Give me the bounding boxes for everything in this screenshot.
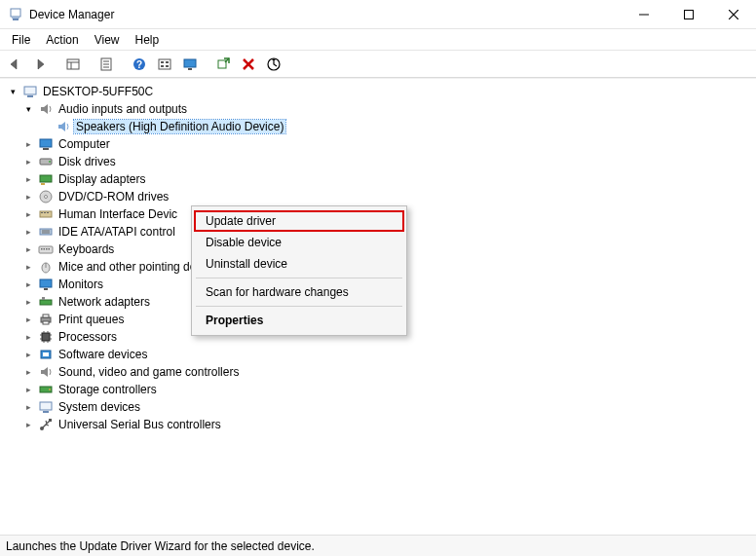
expander-icon[interactable]: ▸ — [21, 227, 35, 237]
help-button[interactable]: ? — [129, 54, 150, 75]
expander-icon[interactable]: ▸ — [21, 297, 35, 307]
audio-icon — [38, 101, 54, 117]
expander-icon[interactable]: ▸ — [21, 420, 35, 429]
statusbar: Launches the Update Driver Wizard for th… — [0, 535, 756, 556]
expander-icon[interactable]: ▸ — [21, 279, 35, 289]
computer-icon — [38, 136, 54, 152]
svg-rect-37 — [40, 211, 52, 217]
tree-label: Display adapters — [57, 172, 147, 186]
expander-icon[interactable]: ▾ — [6, 87, 19, 96]
svg-rect-48 — [49, 248, 51, 250]
svg-rect-27 — [24, 87, 36, 94]
context-uninstall-device[interactable]: Uninstall device — [194, 253, 404, 275]
tree-device-speakers[interactable]: Speakers (High Definition Audio Device) — [2, 118, 754, 135]
tree-root[interactable]: ▾ DESKTOP-5UFF50C — [2, 83, 754, 100]
forward-button[interactable] — [29, 54, 51, 75]
expander-icon[interactable]: ▸ — [21, 157, 35, 167]
expander-icon[interactable]: ▸ — [21, 385, 35, 394]
sound-icon — [38, 364, 54, 380]
tree-category-system[interactable]: ▸ System devices — [2, 398, 754, 416]
expander-icon[interactable]: ▸ — [21, 244, 35, 254]
svg-rect-52 — [44, 288, 48, 290]
svg-rect-58 — [42, 333, 50, 341]
tree-category-diskdrives[interactable]: ▸ Disk drives — [2, 153, 754, 170]
tree-label: Universal Serial Bus controllers — [57, 418, 223, 431]
svg-rect-7 — [67, 59, 79, 69]
menu-action[interactable]: Action — [38, 31, 86, 49]
svg-rect-53 — [40, 300, 52, 305]
svg-rect-4 — [685, 11, 694, 19]
tree-label: Keyboards — [57, 242, 116, 256]
tree-label: Audio inputs and outputs — [57, 102, 189, 116]
context-update-driver[interactable]: Update driver — [194, 210, 404, 232]
svg-rect-30 — [43, 148, 49, 150]
tree-category-storage[interactable]: ▸ Storage controllers — [2, 381, 754, 398]
view-small-button[interactable] — [154, 54, 175, 75]
tree-label: Monitors — [57, 278, 105, 291]
tree-category-usb[interactable]: ▸ Universal Serial Bus controllers — [2, 416, 754, 433]
expander-icon[interactable]: ▸ — [21, 209, 35, 219]
tree-label: Print queues — [57, 313, 126, 326]
svg-rect-17 — [161, 61, 164, 63]
monitor-icon-button[interactable] — [179, 54, 201, 75]
tree-label: Computer — [57, 137, 112, 151]
dvd-icon — [38, 189, 54, 204]
svg-rect-0 — [11, 9, 20, 17]
expander-icon[interactable]: ▸ — [21, 192, 35, 202]
expander-icon[interactable]: ▸ — [21, 350, 35, 359]
uninstall-button[interactable] — [238, 54, 259, 75]
maximize-button[interactable] — [666, 0, 711, 29]
menu-help[interactable]: Help — [128, 31, 168, 49]
usb-icon — [38, 417, 54, 432]
show-hide-console-tree-button[interactable] — [62, 54, 84, 75]
menu-file[interactable]: File — [4, 31, 38, 49]
tree-category-software[interactable]: ▸ Software devices — [2, 346, 754, 363]
minimize-button[interactable] — [622, 0, 666, 29]
network-icon — [38, 294, 54, 310]
update-driver-button[interactable] — [263, 54, 284, 75]
svg-rect-21 — [184, 59, 196, 67]
tree-label: DVD/CD-ROM drives — [57, 190, 170, 204]
tree-category-dvd[interactable]: ▸ DVD/CD-ROM drives — [2, 188, 754, 205]
tree-category-computer[interactable]: ▸ Computer — [2, 135, 754, 153]
tree-category-audio[interactable]: ▾ Audio inputs and outputs — [2, 100, 754, 118]
svg-line-76 — [46, 421, 47, 424]
svg-rect-33 — [40, 175, 52, 182]
svg-rect-22 — [188, 68, 192, 70]
expander-icon[interactable]: ▸ — [21, 332, 35, 342]
expander-icon[interactable]: ▸ — [21, 315, 35, 324]
device-tree[interactable]: ▾ DESKTOP-5UFF50C ▾ Audio inputs and out… — [0, 78, 756, 535]
context-scan-hardware[interactable]: Scan for hardware changes — [194, 281, 404, 303]
svg-rect-68 — [43, 352, 49, 356]
svg-rect-34 — [41, 183, 45, 185]
expander-icon[interactable]: ▸ — [21, 367, 35, 377]
svg-rect-1 — [13, 19, 19, 20]
app-icon — [8, 7, 23, 22]
computer-root-icon — [22, 84, 38, 99]
close-button[interactable] — [711, 0, 756, 29]
processor-icon — [38, 329, 54, 345]
svg-rect-77 — [49, 419, 52, 422]
expander-icon[interactable]: ▸ — [21, 174, 35, 184]
svg-rect-40 — [47, 212, 49, 213]
system-icon — [38, 399, 54, 415]
storage-icon — [38, 382, 54, 397]
expander-icon[interactable]: ▸ — [21, 402, 35, 412]
scan-hardware-button[interactable] — [212, 54, 234, 75]
tree-label: Disk drives — [57, 155, 118, 168]
expander-icon[interactable]: ▸ — [21, 262, 35, 272]
svg-rect-16 — [159, 59, 170, 69]
properties-button[interactable] — [95, 54, 117, 75]
context-properties[interactable]: Properties — [194, 310, 404, 331]
svg-rect-28 — [27, 95, 33, 97]
back-button[interactable] — [4, 54, 25, 75]
tree-category-sound[interactable]: ▸ Sound, video and game controllers — [2, 363, 754, 381]
printer-icon — [38, 312, 54, 327]
svg-rect-39 — [44, 212, 46, 213]
tree-category-display[interactable]: ▸ Display adapters — [2, 170, 754, 188]
svg-rect-46 — [44, 248, 46, 250]
menu-view[interactable]: View — [87, 31, 128, 49]
expander-icon[interactable]: ▸ — [21, 139, 35, 149]
context-disable-device[interactable]: Disable device — [194, 232, 404, 253]
expander-icon[interactable]: ▾ — [21, 104, 35, 114]
